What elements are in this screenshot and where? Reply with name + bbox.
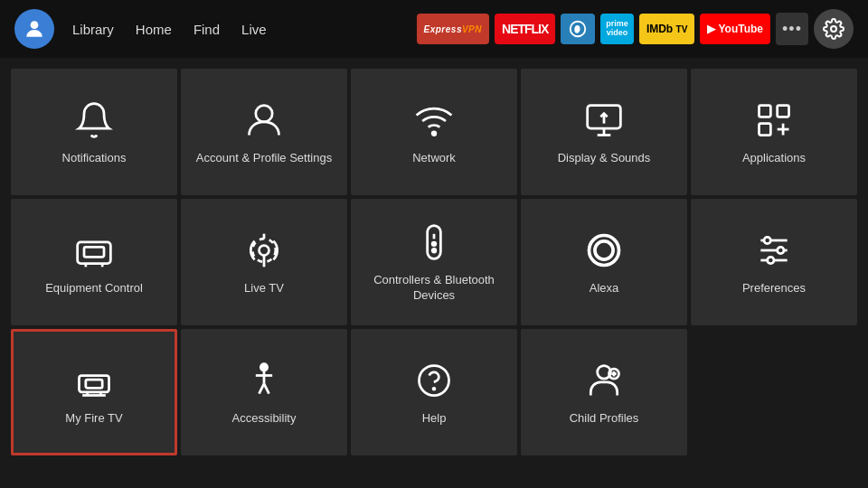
- myfiretv-label: My Fire TV: [65, 411, 122, 427]
- svg-line-42: [259, 383, 265, 393]
- svg-point-33: [768, 257, 774, 263]
- svg-point-44: [420, 365, 449, 395]
- nav-library[interactable]: Library: [72, 22, 114, 37]
- svg-point-0: [31, 21, 39, 29]
- applications-label: Applications: [742, 151, 806, 166]
- app-youtube[interactable]: ▶ YouTube: [700, 14, 770, 44]
- app-icons: ExpressVPN NETFLIX primevideo IMDb TV ▶ …: [417, 9, 854, 49]
- settings-button[interactable]: [814, 9, 854, 49]
- childprofiles-label: Child Profiles: [570, 411, 639, 427]
- svg-rect-11: [760, 123, 771, 135]
- controllers-label: Controllers & Bluetooth Devices: [360, 273, 508, 304]
- svg-point-39: [260, 363, 267, 370]
- grid-item-alexa[interactable]: Alexa: [521, 199, 687, 325]
- grid-item-equipment[interactable]: Equipment Control: [11, 199, 177, 325]
- svg-point-3: [256, 105, 272, 121]
- remote-icon: [412, 221, 456, 264]
- account-label: Account & Profile Settings: [196, 151, 332, 166]
- preferences-label: Preferences: [742, 281, 806, 296]
- svg-rect-14: [78, 241, 111, 263]
- svg-point-4: [432, 131, 436, 135]
- help-icon: [412, 359, 456, 402]
- svg-point-25: [432, 249, 436, 252]
- nav-links: Library Home Find Live: [72, 22, 267, 37]
- wifi-icon: [412, 99, 456, 142]
- grid-item-controllers[interactable]: Controllers & Bluetooth Devices: [351, 199, 517, 325]
- svg-rect-10: [778, 105, 789, 117]
- app-primevideo[interactable]: primevideo: [600, 14, 634, 44]
- grid-item-display[interactable]: Display & Sounds: [521, 69, 687, 195]
- grid-item-livetv[interactable]: Live TV: [181, 199, 347, 325]
- alexa-label: Alexa: [590, 281, 619, 296]
- more-button[interactable]: •••: [776, 13, 808, 45]
- sliders-icon: [752, 229, 796, 272]
- svg-point-27: [595, 240, 613, 258]
- svg-point-32: [778, 247, 784, 253]
- nav-live[interactable]: Live: [241, 22, 267, 37]
- app-discovery[interactable]: [561, 14, 595, 44]
- svg-point-45: [433, 388, 435, 389]
- childprofiles-icon: [582, 359, 626, 402]
- livetv-label: Live TV: [244, 281, 284, 296]
- grid-item-network[interactable]: Network: [351, 69, 517, 195]
- person-icon: [242, 99, 286, 142]
- svg-point-2: [831, 26, 836, 32]
- alexa-icon: [582, 229, 626, 272]
- network-label: Network: [412, 151, 456, 166]
- tv-icon: [72, 229, 116, 272]
- more-icon: •••: [782, 20, 802, 39]
- avatar[interactable]: [14, 9, 54, 49]
- settings-grid: Notifications Account & Profile Settings…: [0, 58, 868, 466]
- svg-point-31: [764, 237, 770, 243]
- svg-point-19: [259, 245, 269, 255]
- grid-item-childprofiles[interactable]: Child Profiles: [521, 329, 687, 455]
- svg-line-43: [264, 383, 269, 393]
- grid-item-notifications[interactable]: Notifications: [11, 69, 177, 195]
- accessibility-label: Accessibility: [232, 411, 297, 427]
- grid-item-applications[interactable]: Applications: [691, 69, 857, 195]
- grid-item-myfiretv[interactable]: My Fire TV: [11, 329, 177, 455]
- grid-item-accessibility[interactable]: Accessibility: [181, 329, 347, 455]
- top-nav: Library Home Find Live ExpressVPN NETFLI…: [0, 0, 868, 58]
- app-imdb[interactable]: IMDb TV: [639, 14, 694, 44]
- svg-rect-34: [80, 375, 109, 391]
- svg-point-24: [432, 242, 436, 246]
- svg-rect-17: [84, 247, 104, 257]
- app-netflix[interactable]: NETFLIX: [495, 14, 555, 44]
- help-label: Help: [422, 411, 447, 427]
- equipment-label: Equipment Control: [45, 281, 143, 296]
- accessibility-icon: [242, 359, 286, 402]
- display-icon: [582, 99, 626, 142]
- nav-find[interactable]: Find: [193, 22, 220, 37]
- display-label: Display & Sounds: [558, 151, 651, 166]
- bell-icon: [72, 99, 116, 142]
- antenna-icon: [242, 229, 286, 272]
- grid-item-preferences[interactable]: Preferences: [691, 199, 857, 325]
- svg-rect-9: [760, 105, 771, 117]
- grid-item-account[interactable]: Account & Profile Settings: [181, 69, 347, 195]
- apps-icon: [752, 99, 796, 142]
- svg-rect-38: [86, 380, 102, 388]
- notifications-label: Notifications: [62, 151, 127, 166]
- grid-item-help[interactable]: Help: [351, 329, 517, 455]
- app-expressvpn[interactable]: ExpressVPN: [417, 14, 489, 44]
- firetv-icon: [72, 359, 116, 402]
- nav-home[interactable]: Home: [136, 22, 172, 37]
